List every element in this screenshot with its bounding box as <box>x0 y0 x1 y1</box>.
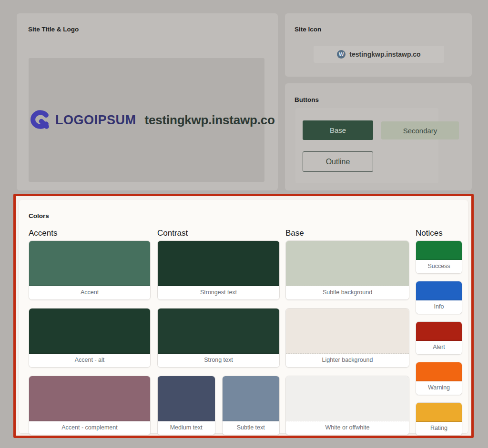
site-icon-card: Site Icon W testingkwp.instawp.co <box>285 13 472 77</box>
logoipsum-icon <box>30 110 51 130</box>
color-tile-accent: Accent <box>29 240 151 300</box>
color-swatch-accent <box>29 241 150 286</box>
base-column-heading: Base <box>285 229 409 240</box>
buttons-heading: Buttons <box>295 96 319 103</box>
color-tile-label: White or offwhite <box>286 421 409 435</box>
color-swatch-medium-text <box>158 376 215 421</box>
color-tile-lighter-background: Lighter background <box>285 308 409 368</box>
color-tile-label: Strongest text <box>158 286 279 299</box>
color-tile-label: Warning <box>416 381 462 395</box>
color-tile-white-offwhite: White or offwhite <box>285 376 409 435</box>
color-tile-label: Subtle background <box>286 286 409 299</box>
color-tile-label: Accent <box>29 286 150 299</box>
color-swatch-info <box>416 281 462 300</box>
site-icon-url: testingkwp.instawp.co <box>349 50 420 58</box>
wordpress-icon: W <box>337 50 346 59</box>
color-tile-alert: Alert <box>416 321 462 355</box>
color-tile-strongest-text: Strongest text <box>157 240 280 300</box>
color-palette: Accents Accent Accent - alt Accent - com… <box>29 229 458 432</box>
color-swatch-strong-text <box>158 309 279 354</box>
notices-column: Notices Success Info Alert Warning Ratin… <box>416 229 462 443</box>
base-button[interactable]: Base <box>303 120 373 140</box>
color-tile-warning: Warning <box>416 362 462 395</box>
color-tile-medium-text: Medium text <box>157 376 215 435</box>
base-column: Base Subtle background Lighter backgroun… <box>285 229 409 443</box>
color-swatch-rating <box>416 403 462 422</box>
color-tile-label: Strong text <box>158 354 279 367</box>
site-title-logo-card: Site Title & Logo LOGOIPSUM testingkwp.i… <box>17 13 278 190</box>
color-tile-subtle-text: Subtle text <box>222 376 280 435</box>
color-swatch-warning <box>416 362 462 381</box>
color-tile-label: Alert <box>416 341 462 354</box>
color-tile-strong-text: Strong text <box>157 308 280 368</box>
page: { "page": { "highlight_border_color": "#… <box>0 0 488 448</box>
color-tile-accent-alt: Accent - alt <box>29 308 151 368</box>
contrast-column-heading: Contrast <box>157 229 280 240</box>
logo-row: LOGOIPSUM testingkwp.instawp.co <box>30 110 275 130</box>
color-swatch-strongest-text <box>158 241 279 286</box>
color-tile-label: Subtle text <box>223 421 280 435</box>
colors-card: Colors Accents Accent Accent - alt Accen… <box>19 200 468 433</box>
color-tile-label: Medium text <box>158 421 215 435</box>
color-tile-label: Accent - complement <box>29 421 150 435</box>
site-title-logo-heading: Site Title & Logo <box>28 26 79 33</box>
secondary-button[interactable]: Secondary <box>381 121 459 139</box>
color-tile-label: Success <box>416 260 462 273</box>
buttons-preview-panel: Base Secondary Outline <box>295 108 438 183</box>
color-swatch-accent-alt <box>29 309 150 354</box>
color-tile-label: Rating <box>416 422 462 435</box>
color-tile-success: Success <box>416 240 462 274</box>
color-tile-info: Info <box>416 281 462 314</box>
contrast-column: Contrast Strongest text Strong text Medi… <box>157 229 280 443</box>
site-title-text: testingkwp.instawp.co <box>145 113 275 128</box>
color-swatch-subtle-background <box>286 241 409 286</box>
color-swatch-success <box>416 241 462 260</box>
outline-button[interactable]: Outline <box>303 151 373 172</box>
color-swatch-subtle-text <box>223 376 280 421</box>
accents-column-heading: Accents <box>29 229 151 240</box>
site-icon-heading: Site Icon <box>295 26 321 33</box>
color-swatch-alert <box>416 322 462 341</box>
color-swatch-lighter-background <box>286 309 409 354</box>
color-tile-label: Accent - alt <box>29 354 150 367</box>
color-tile-subtle-background: Subtle background <box>285 240 409 300</box>
color-tile-accent-complement: Accent - complement <box>29 376 151 435</box>
color-tile-rating: Rating <box>416 402 462 436</box>
logo-wordmark: LOGOIPSUM <box>55 113 136 128</box>
logo-preview-panel[interactable]: LOGOIPSUM testingkwp.instawp.co <box>29 58 264 182</box>
notices-column-heading: Notices <box>416 229 462 240</box>
accents-column: Accents Accent Accent - alt Accent - com… <box>29 229 151 443</box>
buttons-card: Buttons Base Secondary Outline <box>285 83 472 190</box>
contrast-half-row: Medium text Subtle text <box>157 376 280 443</box>
site-icon-preview: W testingkwp.instawp.co <box>314 46 444 63</box>
color-tile-label: Lighter background <box>286 354 409 367</box>
colors-heading: Colors <box>29 212 49 219</box>
color-swatch-accent-complement <box>29 376 150 421</box>
color-swatch-white-offwhite <box>286 376 409 421</box>
color-tile-label: Info <box>416 300 462 314</box>
